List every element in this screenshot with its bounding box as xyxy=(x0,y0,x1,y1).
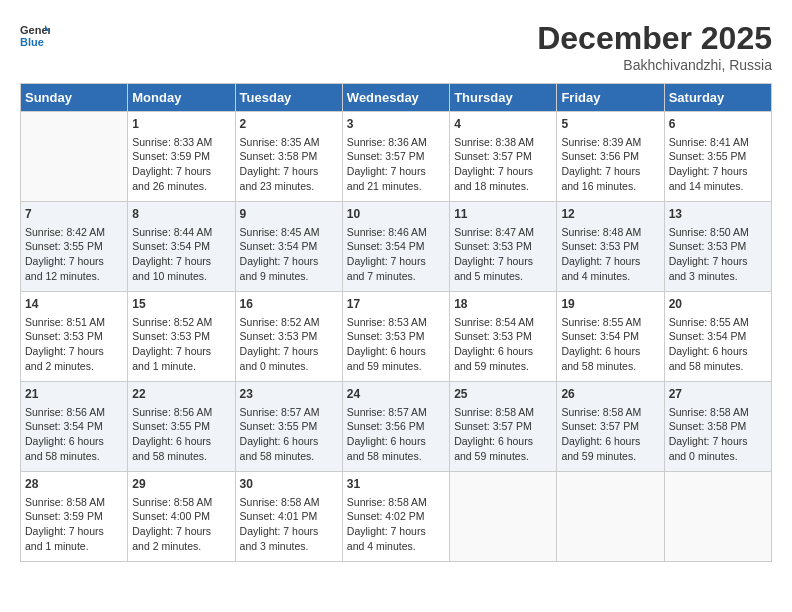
day-info: and 2 minutes. xyxy=(25,359,123,374)
day-info: and 58 minutes. xyxy=(25,449,123,464)
day-info: Sunset: 3:53 PM xyxy=(454,329,552,344)
day-info: Sunrise: 8:53 AM xyxy=(347,315,445,330)
day-info: Sunrise: 8:52 AM xyxy=(240,315,338,330)
day-info: Daylight: 7 hours xyxy=(132,524,230,539)
calendar-cell: 16Sunrise: 8:52 AMSunset: 3:53 PMDayligh… xyxy=(235,292,342,382)
day-info: Sunset: 3:56 PM xyxy=(347,419,445,434)
calendar-cell: 15Sunrise: 8:52 AMSunset: 3:53 PMDayligh… xyxy=(128,292,235,382)
day-info: Daylight: 6 hours xyxy=(669,344,767,359)
day-number: 3 xyxy=(347,116,445,133)
calendar-cell: 8Sunrise: 8:44 AMSunset: 3:54 PMDaylight… xyxy=(128,202,235,292)
calendar-cell xyxy=(21,112,128,202)
day-info: Sunset: 3:54 PM xyxy=(132,239,230,254)
day-info: and 58 minutes. xyxy=(669,359,767,374)
day-info: Daylight: 6 hours xyxy=(132,434,230,449)
day-info: Sunrise: 8:56 AM xyxy=(25,405,123,420)
day-info: Sunset: 3:53 PM xyxy=(561,239,659,254)
day-info: and 14 minutes. xyxy=(669,179,767,194)
day-info: Sunrise: 8:42 AM xyxy=(25,225,123,240)
calendar-cell xyxy=(450,472,557,562)
day-number: 5 xyxy=(561,116,659,133)
day-number: 8 xyxy=(132,206,230,223)
day-info: and 59 minutes. xyxy=(454,449,552,464)
title-block: December 2025 Bakhchivandzhi, Russia xyxy=(537,20,772,73)
day-info: Daylight: 6 hours xyxy=(561,434,659,449)
calendar-cell: 20Sunrise: 8:55 AMSunset: 3:54 PMDayligh… xyxy=(664,292,771,382)
day-info: Sunset: 3:58 PM xyxy=(669,419,767,434)
calendar-cell xyxy=(557,472,664,562)
day-info: Sunset: 3:55 PM xyxy=(240,419,338,434)
day-info: Sunrise: 8:57 AM xyxy=(347,405,445,420)
calendar-cell xyxy=(664,472,771,562)
day-info: and 21 minutes. xyxy=(347,179,445,194)
day-info: and 9 minutes. xyxy=(240,269,338,284)
day-info: Daylight: 6 hours xyxy=(561,344,659,359)
calendar-cell: 17Sunrise: 8:53 AMSunset: 3:53 PMDayligh… xyxy=(342,292,449,382)
day-info: and 12 minutes. xyxy=(25,269,123,284)
day-info: and 16 minutes. xyxy=(561,179,659,194)
day-info: Sunrise: 8:41 AM xyxy=(669,135,767,150)
day-info: Sunset: 3:56 PM xyxy=(561,149,659,164)
day-info: Sunrise: 8:58 AM xyxy=(240,495,338,510)
day-info: and 1 minute. xyxy=(132,359,230,374)
day-info: and 4 minutes. xyxy=(561,269,659,284)
day-info: Sunrise: 8:48 AM xyxy=(561,225,659,240)
day-info: Daylight: 7 hours xyxy=(25,524,123,539)
day-number: 22 xyxy=(132,386,230,403)
header-day-friday: Friday xyxy=(557,84,664,112)
calendar-cell: 29Sunrise: 8:58 AMSunset: 4:00 PMDayligh… xyxy=(128,472,235,562)
day-info: Sunrise: 8:46 AM xyxy=(347,225,445,240)
calendar-cell: 6Sunrise: 8:41 AMSunset: 3:55 PMDaylight… xyxy=(664,112,771,202)
day-number: 21 xyxy=(25,386,123,403)
calendar-cell: 5Sunrise: 8:39 AMSunset: 3:56 PMDaylight… xyxy=(557,112,664,202)
day-info: Sunset: 4:02 PM xyxy=(347,509,445,524)
day-number: 11 xyxy=(454,206,552,223)
day-number: 25 xyxy=(454,386,552,403)
day-info: Sunrise: 8:39 AM xyxy=(561,135,659,150)
day-number: 31 xyxy=(347,476,445,493)
day-info: Daylight: 7 hours xyxy=(669,254,767,269)
day-info: Daylight: 7 hours xyxy=(25,254,123,269)
day-info: Sunset: 3:57 PM xyxy=(561,419,659,434)
day-info: Sunrise: 8:58 AM xyxy=(669,405,767,420)
day-info: and 3 minutes. xyxy=(669,269,767,284)
day-info: and 3 minutes. xyxy=(240,539,338,554)
day-info: Daylight: 6 hours xyxy=(347,434,445,449)
day-info: and 7 minutes. xyxy=(347,269,445,284)
calendar-cell: 27Sunrise: 8:58 AMSunset: 3:58 PMDayligh… xyxy=(664,382,771,472)
day-info: Sunrise: 8:58 AM xyxy=(132,495,230,510)
day-info: Daylight: 7 hours xyxy=(240,164,338,179)
day-info: Sunrise: 8:52 AM xyxy=(132,315,230,330)
day-info: Sunset: 3:53 PM xyxy=(240,329,338,344)
day-info: Sunrise: 8:58 AM xyxy=(454,405,552,420)
day-info: Sunrise: 8:35 AM xyxy=(240,135,338,150)
day-number: 7 xyxy=(25,206,123,223)
day-info: Daylight: 7 hours xyxy=(240,524,338,539)
day-number: 20 xyxy=(669,296,767,313)
day-number: 24 xyxy=(347,386,445,403)
day-number: 23 xyxy=(240,386,338,403)
calendar-cell: 26Sunrise: 8:58 AMSunset: 3:57 PMDayligh… xyxy=(557,382,664,472)
calendar-cell: 3Sunrise: 8:36 AMSunset: 3:57 PMDaylight… xyxy=(342,112,449,202)
calendar-cell: 24Sunrise: 8:57 AMSunset: 3:56 PMDayligh… xyxy=(342,382,449,472)
calendar-cell: 28Sunrise: 8:58 AMSunset: 3:59 PMDayligh… xyxy=(21,472,128,562)
day-info: Sunset: 4:01 PM xyxy=(240,509,338,524)
day-number: 26 xyxy=(561,386,659,403)
day-info: Daylight: 7 hours xyxy=(347,254,445,269)
calendar-cell: 23Sunrise: 8:57 AMSunset: 3:55 PMDayligh… xyxy=(235,382,342,472)
day-info: and 2 minutes. xyxy=(132,539,230,554)
day-info: and 0 minutes. xyxy=(240,359,338,374)
day-info: Sunrise: 8:55 AM xyxy=(669,315,767,330)
calendar-cell: 13Sunrise: 8:50 AMSunset: 3:53 PMDayligh… xyxy=(664,202,771,292)
day-info: and 59 minutes. xyxy=(347,359,445,374)
day-info: Sunrise: 8:38 AM xyxy=(454,135,552,150)
day-info: Daylight: 7 hours xyxy=(132,344,230,359)
day-info: Daylight: 6 hours xyxy=(454,344,552,359)
day-info: Daylight: 7 hours xyxy=(561,254,659,269)
day-info: Sunset: 3:54 PM xyxy=(240,239,338,254)
day-info: Sunrise: 8:33 AM xyxy=(132,135,230,150)
day-number: 27 xyxy=(669,386,767,403)
day-number: 1 xyxy=(132,116,230,133)
day-number: 30 xyxy=(240,476,338,493)
day-number: 10 xyxy=(347,206,445,223)
